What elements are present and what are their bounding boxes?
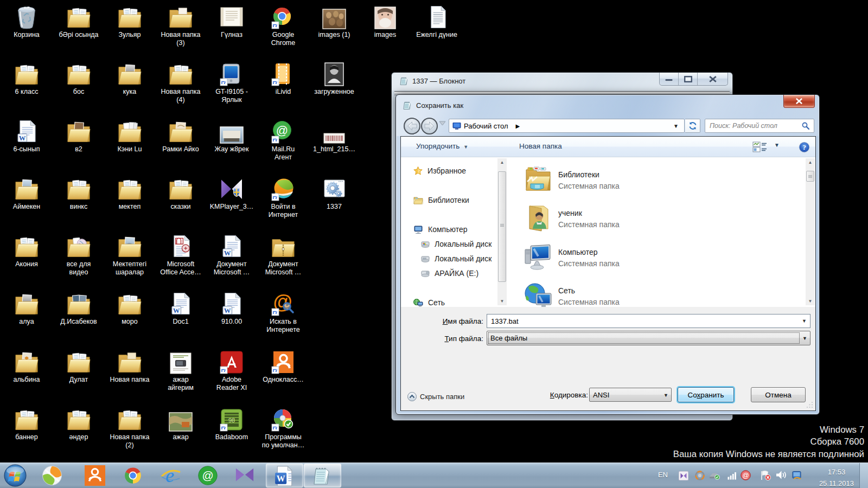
svg-text:@: @	[202, 469, 213, 481]
svg-text:e: e	[165, 465, 174, 486]
svg-text:@: @	[742, 472, 749, 479]
svg-text:98: 98	[228, 417, 235, 423]
svg-text:W: W	[277, 474, 285, 483]
svg-text:@: @	[276, 124, 288, 137]
svg-text:?: ?	[802, 143, 806, 151]
